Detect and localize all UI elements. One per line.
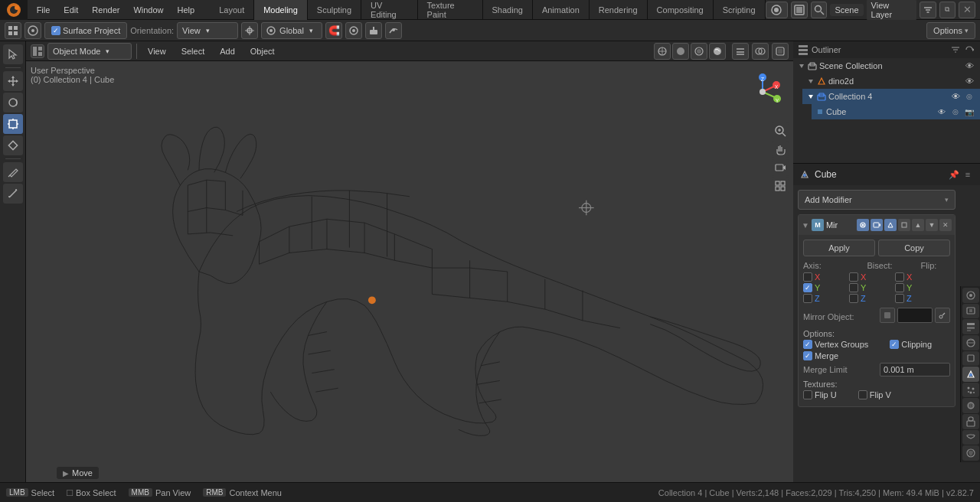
vertex-groups-option[interactable]: Vertex Groups bbox=[803, 340, 868, 349]
props-tab-viewlayer[interactable] bbox=[962, 319, 979, 334]
merge-checkbox[interactable] bbox=[803, 351, 812, 360]
flip-v-option[interactable]: Flip V bbox=[858, 390, 891, 399]
viewport-type-btn[interactable] bbox=[31, 44, 44, 58]
transform-gizmo-btn[interactable] bbox=[24, 22, 41, 39]
bisect-z-checkbox[interactable] bbox=[849, 294, 858, 303]
curve-snap-btn[interactable] bbox=[385, 22, 402, 39]
render-engine-btn[interactable] bbox=[766, 2, 789, 18]
axis-x-check-item[interactable]: X bbox=[803, 272, 849, 282]
viewport-shading-material[interactable] bbox=[691, 43, 707, 60]
surface-project-check[interactable] bbox=[51, 26, 60, 35]
viewport-area[interactable]: User Perspective (0) Collection 4 | Cube… bbox=[26, 61, 793, 482]
props-tab-object[interactable] bbox=[962, 351, 979, 367]
modifier-realtime-btn[interactable] bbox=[857, 219, 869, 231]
tab-rendering[interactable]: Rendering bbox=[590, 0, 648, 20]
menu-help[interactable]: Help bbox=[172, 4, 201, 16]
filter-btn[interactable] bbox=[920, 2, 936, 18]
tool-move[interactable] bbox=[3, 71, 23, 91]
modifier-delete-btn[interactable]: ✕ bbox=[939, 219, 952, 231]
modifier-expand-btn[interactable]: ▼ bbox=[802, 221, 809, 230]
tool-transform[interactable] bbox=[3, 135, 23, 155]
snap-dropdown[interactable]: Global bbox=[261, 22, 322, 39]
xray-btn[interactable] bbox=[772, 43, 789, 60]
tool-annotate[interactable] bbox=[3, 162, 23, 182]
tab-layout[interactable]: Layout bbox=[210, 0, 254, 20]
proportional-edit-btn[interactable] bbox=[345, 22, 362, 39]
tab-shading[interactable]: Shading bbox=[483, 0, 533, 20]
tool-measure[interactable] bbox=[3, 184, 23, 204]
props-tab-physics[interactable] bbox=[962, 398, 979, 413]
copy-button[interactable]: Copy bbox=[878, 240, 950, 256]
eyedropper-button[interactable] bbox=[935, 308, 950, 323]
mirror-obj-field[interactable] bbox=[897, 308, 933, 323]
menu-edit[interactable]: Edit bbox=[57, 4, 84, 16]
props-tab-data[interactable] bbox=[962, 430, 979, 445]
bisect-x-checkbox[interactable] bbox=[849, 272, 858, 282]
menu-window[interactable]: Window bbox=[127, 4, 169, 16]
flip-y-check-item[interactable]: Y bbox=[895, 283, 941, 292]
tab-scripting[interactable]: Scripting bbox=[714, 0, 766, 20]
merge-limit-value[interactable]: 0.001 m bbox=[880, 363, 950, 376]
viewport-add-menu[interactable]: Add bbox=[214, 45, 241, 57]
tab-texture-paint[interactable]: Texture Paint bbox=[418, 0, 483, 20]
bisect-y-check-item[interactable]: Y bbox=[849, 283, 895, 292]
modifier-render-btn[interactable] bbox=[871, 219, 883, 231]
flip-u-option[interactable]: Flip U bbox=[803, 390, 837, 399]
outliner-sync-btn[interactable] bbox=[963, 44, 975, 56]
axis-y-check-item[interactable]: Y bbox=[803, 283, 849, 292]
tool-scale[interactable] bbox=[3, 114, 23, 134]
add-modifier-button[interactable]: Add Modifier ▾ bbox=[798, 190, 956, 210]
dino2d-visible-btn[interactable]: 👁 bbox=[963, 75, 975, 87]
viewport-shading-wire[interactable] bbox=[654, 43, 671, 60]
axis-z-checkbox[interactable] bbox=[803, 294, 812, 303]
props-tab-constraints[interactable] bbox=[962, 414, 979, 429]
outliner-cube[interactable]: Cube 👁 ◎ 📷 bbox=[812, 104, 980, 119]
bisect-z-check-item[interactable]: Z bbox=[849, 294, 895, 303]
props-tab-particles[interactable] bbox=[962, 383, 979, 398]
flip-z-check-item[interactable]: Z bbox=[895, 294, 941, 303]
props-tab-modifier[interactable] bbox=[962, 367, 979, 382]
object-mode-dropdown[interactable]: Object Mode bbox=[47, 43, 132, 60]
modifier-edit-btn[interactable] bbox=[884, 219, 897, 231]
collection4-select-btn[interactable]: ◎ bbox=[963, 90, 975, 103]
viewport-shading-options[interactable] bbox=[732, 43, 749, 60]
tab-sculpting[interactable]: Sculpting bbox=[308, 0, 361, 20]
tab-uv-editing[interactable]: UV Editing bbox=[361, 0, 418, 20]
cube-select-btn[interactable]: ◎ bbox=[949, 106, 962, 118]
viewport-select-menu[interactable]: Select bbox=[175, 45, 211, 57]
snap-type-btn[interactable] bbox=[365, 22, 382, 39]
transform-pivot-btn[interactable] bbox=[241, 22, 258, 39]
props-tab-world[interactable] bbox=[962, 335, 979, 350]
modifier-up-btn[interactable]: ▲ bbox=[912, 219, 924, 231]
cube-visible-btn[interactable]: 👁 bbox=[936, 106, 948, 118]
close-editor-btn[interactable]: ✕ bbox=[959, 2, 975, 18]
outliner-collection4[interactable]: Collection 4 👁 ◎ bbox=[802, 89, 980, 104]
cube-render-btn[interactable]: 📷 bbox=[963, 106, 975, 118]
outliner-scene-collection[interactable]: Scene Collection 👁 bbox=[793, 58, 980, 73]
snap-magnet-btn[interactable]: 🧲 bbox=[325, 22, 342, 39]
merge-option[interactable]: Merge bbox=[803, 351, 838, 360]
search-btn[interactable] bbox=[811, 2, 828, 18]
props-tab-output[interactable] bbox=[962, 304, 979, 319]
flip-x-check-item[interactable]: X bbox=[895, 272, 941, 282]
vertex-groups-checkbox[interactable] bbox=[803, 340, 812, 349]
viewport-shading-rendered[interactable] bbox=[709, 43, 726, 60]
options-btn[interactable]: Options ▾ bbox=[926, 22, 975, 39]
tab-compositing[interactable]: Compositing bbox=[648, 0, 714, 20]
axis-y-checkbox[interactable] bbox=[803, 283, 812, 292]
props-tab-scene[interactable] bbox=[962, 288, 979, 303]
clipping-option[interactable]: Clipping bbox=[890, 340, 932, 349]
collection4-visible-btn[interactable]: 👁 bbox=[949, 90, 962, 103]
menu-render[interactable]: Render bbox=[86, 4, 126, 16]
props-tab-material[interactable] bbox=[962, 445, 979, 461]
modifier-cage-btn[interactable] bbox=[898, 219, 910, 231]
viewport-overlay-btn[interactable] bbox=[752, 43, 769, 60]
flip-y-checkbox[interactable] bbox=[895, 283, 904, 292]
axis-z-check-item[interactable]: Z bbox=[803, 294, 849, 303]
scene-selector[interactable]: Scene bbox=[830, 4, 863, 16]
props-options-btn[interactable]: ≡ bbox=[962, 168, 974, 181]
tool-rotate[interactable] bbox=[3, 93, 23, 112]
flip-v-checkbox[interactable] bbox=[858, 390, 867, 399]
viewport-display-btn[interactable] bbox=[791, 2, 808, 18]
clipping-checkbox[interactable] bbox=[890, 340, 899, 349]
